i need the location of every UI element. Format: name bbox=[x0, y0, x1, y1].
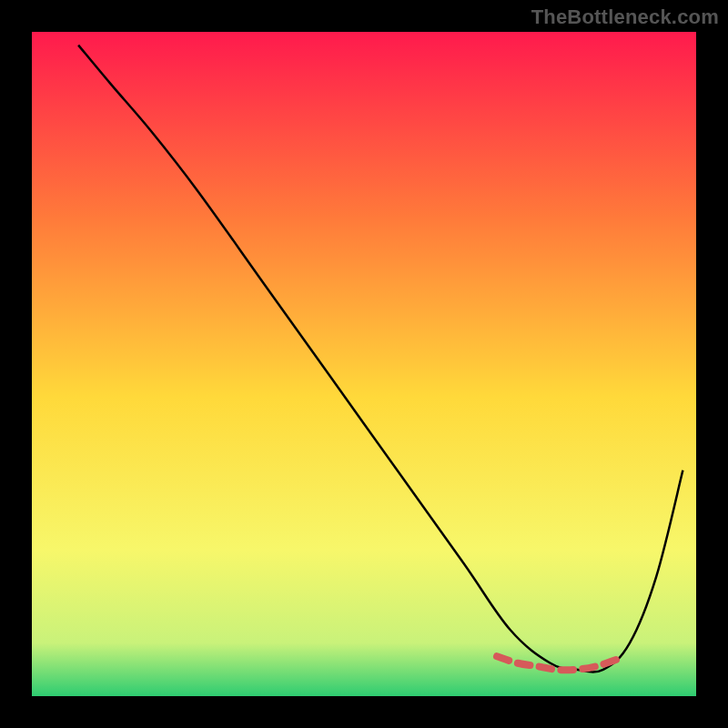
chart-container: TheBottleneck.com bbox=[0, 0, 728, 728]
plot-gradient-background bbox=[32, 32, 696, 696]
bottleneck-chart bbox=[0, 0, 728, 728]
watermark-label: TheBottleneck.com bbox=[531, 5, 719, 29]
